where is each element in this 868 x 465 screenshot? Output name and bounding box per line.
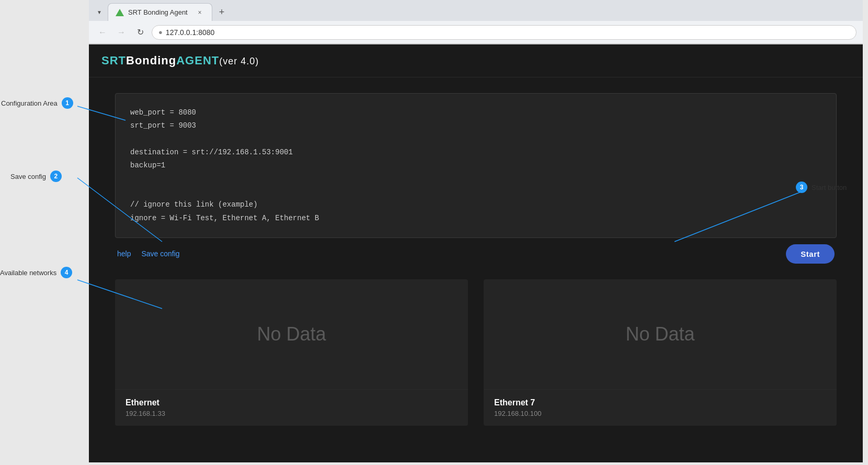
networks-section: No Data Ethernet 192.168.1.33 No Data Et… bbox=[115, 279, 837, 426]
new-tab-button[interactable]: + bbox=[214, 5, 229, 19]
action-bar: help Save config Start bbox=[115, 244, 837, 264]
network-name-0: Ethernet bbox=[125, 398, 458, 407]
title-agent: AGENT bbox=[176, 54, 219, 67]
title-bonding: Bonding bbox=[126, 54, 176, 67]
app-container: SRTBondingAGENT(ver 4.0) web_port = 8080… bbox=[89, 44, 863, 462]
network-card-1: No Data Ethernet 7 192.168.10.100 bbox=[484, 279, 837, 426]
network-card-0: No Data Ethernet 192.168.1.33 bbox=[115, 279, 468, 426]
title-srt: SRT bbox=[101, 54, 126, 67]
tab-dropdown[interactable]: ▼ bbox=[93, 6, 106, 18]
network-card-body-0: No Data bbox=[115, 279, 468, 389]
no-data-label-1: No Data bbox=[625, 323, 694, 345]
network-card-body-1: No Data bbox=[484, 279, 837, 389]
app-main: web_port = 8080 srt_port = 9003 destinat… bbox=[89, 77, 863, 441]
network-name-1: Ethernet 7 bbox=[494, 398, 826, 407]
save-config-link[interactable]: Save config bbox=[141, 249, 179, 258]
tab-bar: ▼ SRT Bonding Agent × + bbox=[89, 0, 863, 21]
config-text[interactable]: web_port = 8080 srt_port = 9003 destinat… bbox=[130, 106, 821, 225]
nav-bar: ← → ↻ ● 127.0.0.1:8080 bbox=[89, 21, 863, 44]
app-title: SRTBondingAGENT(ver 4.0) bbox=[101, 54, 850, 67]
annotation-3: 3 Start button bbox=[796, 182, 847, 193]
annotation-badge-3: 3 bbox=[796, 182, 807, 193]
title-ver: (ver 4.0) bbox=[219, 56, 259, 66]
network-ip-0: 192.168.1.33 bbox=[125, 410, 458, 417]
refresh-button[interactable]: ↻ bbox=[133, 25, 147, 40]
forward-button[interactable]: → bbox=[114, 25, 129, 40]
app-header: SRTBondingAGENT(ver 4.0) bbox=[89, 44, 863, 77]
browser-tab[interactable]: SRT Bonding Agent × bbox=[108, 3, 212, 21]
help-link[interactable]: help bbox=[117, 249, 131, 258]
tab-close-button[interactable]: × bbox=[195, 8, 204, 17]
annotation-label-2: Save config bbox=[10, 173, 46, 180]
start-button[interactable]: Start bbox=[786, 244, 835, 264]
annotation-badge-4: 4 bbox=[61, 267, 72, 278]
annotation-1: Configuration Area 1 bbox=[1, 97, 73, 109]
no-data-label-0: No Data bbox=[257, 323, 326, 345]
network-card-footer-0: Ethernet 192.168.1.33 bbox=[115, 389, 468, 426]
annotation-label-3: Start button bbox=[812, 184, 847, 191]
annotation-2: Save config 2 bbox=[10, 171, 62, 182]
tab-title: SRT Bonding Agent bbox=[128, 8, 191, 16]
annotation-4: Available networks 4 bbox=[0, 267, 72, 278]
back-button[interactable]: ← bbox=[95, 25, 110, 40]
address-text: 127.0.0.1:8080 bbox=[166, 28, 214, 37]
tab-favicon bbox=[116, 9, 124, 16]
network-ip-1: 192.168.10.100 bbox=[494, 410, 826, 417]
annotation-badge-1: 1 bbox=[62, 97, 73, 109]
configuration-area[interactable]: web_port = 8080 srt_port = 9003 destinat… bbox=[115, 93, 837, 238]
network-card-footer-1: Ethernet 7 192.168.10.100 bbox=[484, 389, 837, 426]
address-bar[interactable]: ● 127.0.0.1:8080 bbox=[152, 25, 856, 40]
annotation-badge-2: 2 bbox=[50, 171, 62, 182]
annotation-label-1: Configuration Area bbox=[1, 99, 58, 107]
lock-icon: ● bbox=[158, 28, 163, 36]
annotation-label-4: Available networks bbox=[0, 269, 56, 277]
